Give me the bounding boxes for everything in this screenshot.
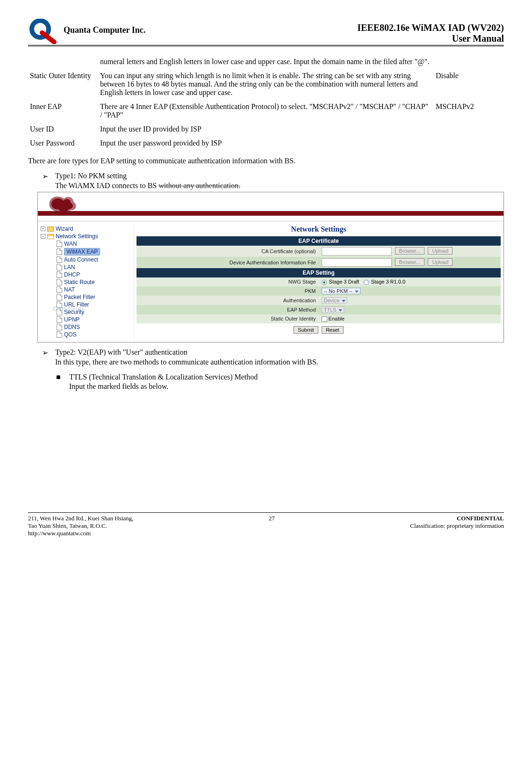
- tree-expand-icon[interactable]: +: [41, 226, 45, 231]
- folder-icon: [47, 226, 54, 232]
- page-icon: [57, 241, 62, 247]
- param-desc: numeral letters and English letters in l…: [98, 55, 434, 69]
- browse-button[interactable]: Browse...: [395, 258, 425, 266]
- bullet-icon: ➢: [42, 348, 55, 357]
- param-name: Inner EAP: [28, 100, 98, 122]
- page-footer: 211, Wen Hwa 2nd Rd., Kuei Shan Hsiang, …: [28, 512, 504, 537]
- section-header: EAP Certificate: [137, 236, 501, 246]
- field-label: Device Authentication Information File: [137, 257, 319, 268]
- page-number: 27: [133, 515, 410, 537]
- tree-item-packet-filter[interactable]: Packet Filter: [64, 294, 95, 300]
- screenshot-panel: + Wizard − Network Settings WAN WiMAX EA…: [37, 192, 504, 343]
- param-name: User Password: [28, 136, 98, 150]
- param-default: MSCHAPv2: [434, 100, 504, 122]
- nav-tree: + Wizard − Network Settings WAN WiMAX EA…: [38, 221, 134, 342]
- tree-item-auto-connect[interactable]: Auto Connect: [64, 256, 98, 263]
- page-icon: [57, 316, 62, 323]
- tree-item-upnp[interactable]: UPNP: [64, 316, 79, 323]
- body-line: Input the marked fields as below.: [69, 382, 504, 391]
- eap-method-select[interactable]: TTLS: [322, 306, 345, 313]
- tree-item-nat[interactable]: NAT: [64, 286, 75, 293]
- bullet-text: Type2: V2(EAP) with "User" authenticatio…: [55, 348, 187, 357]
- doc-title-2: User Manual: [357, 33, 504, 44]
- param-default: Disable: [434, 69, 504, 100]
- bullet-icon: ➢: [42, 172, 55, 181]
- body-line: In this type, there are two methods to c…: [55, 358, 504, 366]
- square-bullet-icon: ■: [56, 373, 69, 381]
- field-label: Static Outer Identity: [137, 314, 319, 323]
- field-label: CA Certificate (optional): [137, 246, 319, 257]
- param-desc: You can input any string which length is…: [98, 69, 434, 100]
- tree-item-ddns[interactable]: DDNS: [64, 324, 80, 330]
- param-name: User ID: [28, 122, 98, 136]
- page-icon: [57, 331, 62, 338]
- device-auth-input[interactable]: [322, 258, 392, 267]
- quanta-logo-icon: [28, 19, 58, 44]
- tree-item-dhcp[interactable]: DHCP: [64, 271, 80, 278]
- page-icon: [57, 294, 62, 300]
- browse-button[interactable]: Browse...: [395, 247, 425, 255]
- bullet-text: TTLS (Technical Translation & Localizati…: [69, 373, 258, 381]
- radio-label: Stage 3 R1.0.0: [371, 279, 405, 284]
- tree-item-qos[interactable]: QOS: [64, 331, 77, 338]
- panel-title: Network Settings: [137, 225, 501, 233]
- page-icon: [57, 309, 62, 315]
- static-outer-identity-checkbox[interactable]: [322, 316, 327, 322]
- page-icon: [57, 248, 62, 255]
- param-desc: There are 4 Inner EAP (Extensible Authen…: [98, 100, 434, 122]
- paragraph: There are fore types for EAP setting to …: [28, 157, 504, 165]
- folder-open-icon: [47, 234, 54, 239]
- field-label: PKM: [137, 286, 319, 296]
- company-name: Quanta Computer Inc.: [64, 25, 145, 35]
- page-icon: [57, 286, 62, 293]
- tree-collapse-icon[interactable]: −: [41, 234, 45, 239]
- tree-item-lan[interactable]: LAN: [64, 264, 75, 270]
- ca-cert-input[interactable]: [322, 247, 392, 255]
- page-icon: [57, 271, 62, 278]
- tree-item-wimax-eap[interactable]: WiMAX EAP: [64, 248, 100, 255]
- nwg-stage-radio-a[interactable]: [322, 280, 327, 285]
- footer-classification: Classification: proprietary information: [410, 522, 504, 530]
- radio-label: Stage 3 Draft: [329, 279, 359, 284]
- doc-header: Quanta Computer Inc. IEEE802.16e WiMAX I…: [28, 19, 504, 46]
- page-icon: [57, 324, 62, 330]
- body-line: The WiAMX IAD connects to BS without any…: [55, 182, 504, 190]
- tree-item-static-route[interactable]: Static Route: [64, 279, 94, 285]
- pkm-select[interactable]: -- No PKM --: [322, 288, 361, 294]
- reset-button[interactable]: Reset: [322, 326, 344, 334]
- bullet-text: Type1: No PKM setting: [55, 172, 127, 180]
- footer-address: Tao Yuan Shien, Taiwan, R.O.C.: [28, 522, 133, 530]
- footer-address: 211, Wen Hwa 2nd Rd., Kuei Shan Hsiang,: [28, 515, 133, 522]
- parameter-table: numeral letters and English letters in l…: [28, 55, 504, 150]
- field-label: Authentication: [137, 296, 319, 305]
- field-label: EAP Method: [137, 305, 319, 314]
- tree-item-wan[interactable]: WAN: [64, 241, 77, 247]
- param-desc: Input the user ID provided by ISP: [98, 122, 434, 136]
- footer-confidential: CONFIDENTIAL: [410, 515, 504, 522]
- tree-item-wizard[interactable]: Wizard: [56, 226, 73, 232]
- submit-button[interactable]: Submit: [294, 326, 318, 334]
- checkbox-label: Enable: [329, 316, 345, 321]
- field-label: NWG Stage: [137, 277, 319, 286]
- tree-item-network[interactable]: Network Settings: [56, 233, 98, 240]
- page-icon: [57, 256, 62, 263]
- auth-select[interactable]: Device: [322, 297, 348, 304]
- doc-title-1: IEEE802.16e WiMAX IAD (WV202): [357, 22, 504, 33]
- section-header: EAP Setting: [137, 268, 501, 277]
- upload-button[interactable]: Upload: [428, 247, 453, 255]
- screenshot-header: [38, 192, 503, 221]
- param-name: Static Outer Identity: [28, 69, 98, 100]
- footer-url: http://www.quantatw.com: [28, 530, 133, 537]
- upload-button[interactable]: Upload: [428, 258, 453, 266]
- nwg-stage-radio-b[interactable]: [364, 280, 369, 285]
- page-icon: [57, 264, 62, 270]
- param-desc: Input the user password provided by ISP: [98, 136, 434, 150]
- page-icon: [57, 279, 62, 285]
